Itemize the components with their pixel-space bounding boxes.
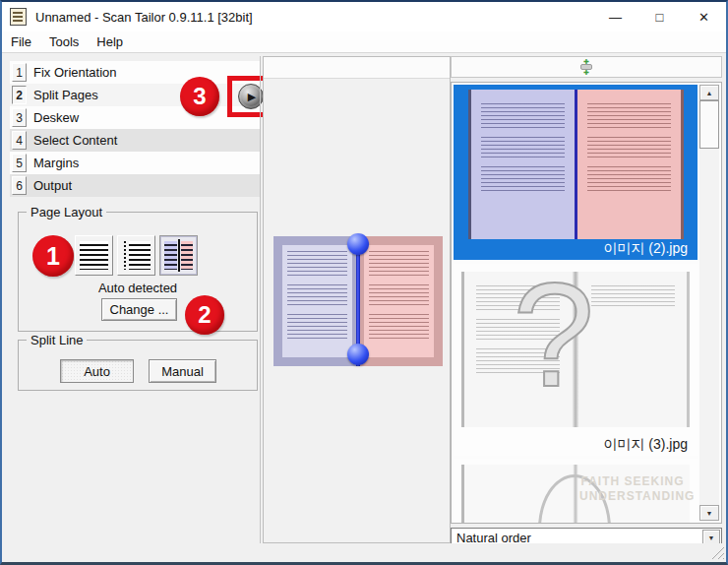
stage-number: 5 [12, 154, 27, 172]
status-bar [2, 543, 726, 561]
splitter-collapse-icon[interactable]: ✚ ✚ [580, 59, 592, 75]
stage-number: 6 [12, 176, 27, 195]
thumbnail-item-partial[interactable]: FAITH SEEKING UNDERSTANDING [454, 459, 698, 523]
stage-number: 3 [12, 108, 27, 127]
split-auto-button[interactable]: Auto [60, 359, 134, 383]
single-page-icon [79, 239, 109, 272]
change-button[interactable]: Change ... [101, 298, 177, 321]
scrollbar-thumb[interactable] [699, 100, 719, 149]
preview-right-page-area [358, 236, 443, 366]
scroll-up-button[interactable]: ▲ [699, 85, 719, 100]
stage-number: 4 [12, 131, 27, 150]
thumbnail-panel-header: ✚ ✚ [451, 56, 722, 78]
window-title: Unnamed - Scan Tailor 0.9.11.1 [32bit] [35, 10, 253, 25]
split-line-bottom-handle[interactable] [347, 344, 369, 365]
maximize-button[interactable]: □ [637, 2, 682, 31]
thumbnail-item-selected[interactable]: 이미지 (2).jpg [454, 85, 698, 260]
scroll-up-icon: ▲ [706, 90, 713, 96]
preview-left-page-area [273, 236, 358, 366]
preview-image [273, 236, 443, 366]
split-manual-button[interactable]: Manual [149, 359, 216, 383]
annotation-badge-1: 1 [32, 235, 74, 277]
main-content: 1 Fix Orientation 2 Split Pages 3 Deskew… [2, 53, 726, 561]
close-button[interactable]: ✕ [682, 2, 726, 31]
menu-tools[interactable]: Tools [40, 31, 88, 52]
annotation-badge-3: 3 [180, 77, 219, 116]
resize-grip[interactable] [710, 545, 724, 559]
stage-item-output[interactable]: 6 Output [10, 174, 260, 197]
thumbnail-image [468, 90, 684, 239]
stage-number: 2 [12, 86, 27, 104]
stage-item-select-content[interactable]: 4 Select Content [10, 129, 260, 152]
layout-option-single-page-button[interactable] [75, 235, 113, 276]
scroll-down-icon: ▼ [706, 510, 713, 517]
page-layout-group-title: Page Layout [27, 205, 106, 220]
annotation-badge-2: 2 [185, 295, 224, 335]
stage-item-split-pages[interactable]: 2 Split Pages [10, 84, 260, 106]
split-line-top-handle[interactable] [347, 233, 369, 255]
split-line-group-title: Split Line [27, 333, 87, 347]
stage-list: 1 Fix Orientation 2 Split Pages 3 Deskew… [10, 61, 260, 197]
stage-item-deskew[interactable]: 3 Deskew [10, 106, 260, 129]
preview-toolbar-strip [264, 57, 450, 79]
thumbnail-scrollbar[interactable]: ▲ ▼ [699, 85, 719, 521]
stage-item-fix-orientation[interactable]: 1 Fix Orientation [10, 61, 260, 84]
app-icon [10, 8, 27, 26]
thumbnail-item[interactable]: ? 이미지 (3).jpg [454, 264, 698, 456]
preview-panel [263, 56, 451, 543]
menu-help[interactable]: Help [88, 31, 132, 52]
layout-option-page-plus-offcut-button[interactable] [117, 235, 155, 276]
scroll-down-button[interactable]: ▼ [699, 505, 719, 521]
panel-divider-left [260, 56, 261, 543]
page-layout-group: Page Layout 1 Auto detected Change ... 2 [18, 212, 258, 332]
window-controls: — □ ✕ [593, 2, 726, 31]
two-pages-icon [163, 239, 194, 272]
minimize-button[interactable]: — [593, 2, 637, 31]
thumbnail-filename: 이미지 (3).jpg [603, 436, 688, 454]
play-icon: ▶ [248, 92, 256, 102]
menu-file[interactable]: File [2, 31, 40, 52]
title-bar: Unnamed - Scan Tailor 0.9.11.1 [32bit] —… [2, 2, 726, 31]
app-window: Unnamed - Scan Tailor 0.9.11.1 [32bit] —… [0, 0, 728, 565]
thumbnail-panel: ✚ ✚ [451, 56, 722, 547]
stage-item-margins[interactable]: 5 Margins [10, 152, 260, 174]
book-cover-text: FAITH SEEKING UNDERSTANDING [579, 474, 686, 504]
stage-number: 1 [12, 63, 27, 82]
chevron-down-icon: ▼ [708, 534, 715, 541]
layout-status-label: Auto detected [19, 281, 257, 295]
question-mark-watermark: ? [513, 254, 594, 416]
thumbnail-filename: 이미지 (2).jpg [603, 240, 688, 258]
menu-bar: File Tools Help [2, 31, 726, 53]
page-with-offcut-icon [121, 239, 152, 272]
layout-option-two-pages-button[interactable] [159, 235, 198, 276]
thumbnail-list: 이미지 (2).jpg ? [451, 82, 722, 524]
split-line-group: Split Line Auto Manual [18, 340, 258, 391]
